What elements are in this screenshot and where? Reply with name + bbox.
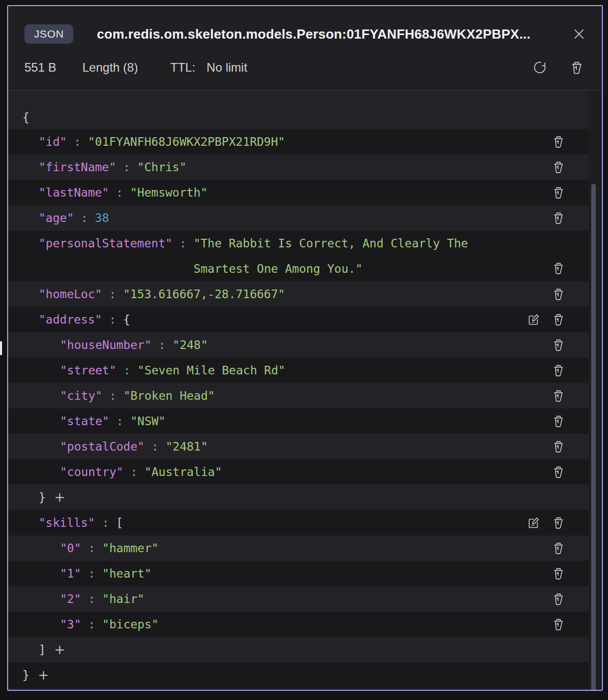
delete-field-button[interactable] xyxy=(552,262,565,275)
delete-field-button[interactable] xyxy=(552,542,565,555)
json-value[interactable]: "2481" xyxy=(166,438,208,455)
json-row: "0" : "hammer" xyxy=(8,535,589,561)
screen-edge-artifact xyxy=(0,341,2,355)
edit-field-button[interactable] xyxy=(527,516,540,530)
json-value[interactable]: "hammer" xyxy=(102,539,159,557)
trash-icon xyxy=(552,389,565,403)
json-value[interactable]: "The Rabbit Is Correct, And Clearly The … xyxy=(194,231,499,281)
row-actions xyxy=(552,262,565,275)
delete-field-button[interactable] xyxy=(552,288,565,301)
delete-field-button[interactable] xyxy=(552,567,565,581)
delete-field-button[interactable] xyxy=(552,161,565,174)
edit-field-button[interactable] xyxy=(527,313,540,327)
json-key: "id" xyxy=(39,133,67,150)
delete-field-button[interactable] xyxy=(552,135,565,149)
json-colon: : xyxy=(67,133,88,150)
json-key: "3" xyxy=(60,616,81,633)
json-brace: } xyxy=(22,666,29,684)
json-row: "houseNumber" : "248" xyxy=(8,332,589,358)
json-key: "personalStatement" xyxy=(39,231,172,256)
json-value[interactable]: "hair" xyxy=(102,590,144,608)
json-key: "street" xyxy=(60,362,116,379)
row-actions xyxy=(527,516,565,530)
json-row: "id" : "01FYANFH68J6WKX2PBPX21RD9H" xyxy=(8,129,589,154)
delete-field-button[interactable] xyxy=(552,211,565,225)
row-actions xyxy=(552,135,565,149)
json-row: "personalStatement" : "The Rabbit Is Cor… xyxy=(8,231,589,281)
json-row: { xyxy=(8,90,589,129)
delete-field-button[interactable] xyxy=(552,516,565,530)
add-item-button[interactable] xyxy=(54,492,66,503)
row-actions xyxy=(552,288,565,301)
row-actions xyxy=(552,592,565,606)
json-value[interactable]: "heart" xyxy=(102,565,151,582)
json-colon: : xyxy=(102,311,124,328)
json-value[interactable]: "biceps" xyxy=(102,616,159,633)
json-value[interactable]: "NSW" xyxy=(130,412,165,430)
delete-field-button[interactable] xyxy=(552,338,565,352)
trash-icon xyxy=(552,440,565,454)
json-colon: : xyxy=(81,565,103,582)
delete-field-button[interactable] xyxy=(552,440,565,454)
json-colon: : xyxy=(102,285,124,303)
trash-icon xyxy=(569,60,584,75)
json-row: "homeLoc" : "153.616667,-28.716667" xyxy=(8,281,589,307)
json-colon: : xyxy=(102,387,124,404)
json-value[interactable]: "Hemsworth" xyxy=(130,184,207,201)
delete-field-button[interactable] xyxy=(552,592,565,606)
json-value[interactable]: { xyxy=(123,311,130,328)
trash-icon xyxy=(552,338,565,352)
add-item-button[interactable] xyxy=(54,644,66,656)
json-key: "country" xyxy=(60,463,124,481)
json-key: "1" xyxy=(60,565,81,582)
json-value[interactable]: 38 xyxy=(95,209,109,227)
row-actions xyxy=(527,313,565,327)
json-value[interactable]: "248" xyxy=(173,336,208,354)
json-value[interactable]: [ xyxy=(116,514,123,531)
plus-icon xyxy=(38,670,49,681)
json-value[interactable]: "01FYANFH68J6WKX2PBPX21RD9H" xyxy=(88,133,285,150)
delete-field-button[interactable] xyxy=(552,364,565,377)
json-colon: : xyxy=(124,463,145,481)
json-value[interactable]: "Broken Head" xyxy=(124,387,215,404)
row-actions xyxy=(552,186,565,200)
trash-icon xyxy=(552,364,565,377)
trash-icon xyxy=(552,313,565,327)
delete-field-button[interactable] xyxy=(552,415,565,428)
delete-field-button[interactable] xyxy=(552,465,565,479)
json-row: "firstName" : "Chris" xyxy=(8,154,589,180)
key-type-badge: JSON xyxy=(24,24,73,44)
json-value[interactable]: "153.616667,-28.716667" xyxy=(123,285,285,303)
scrollbar-thumb[interactable] xyxy=(591,184,596,691)
json-row: "skills" : [ xyxy=(8,510,589,535)
json-colon: : xyxy=(151,336,173,354)
json-value[interactable]: "Chris" xyxy=(137,158,187,176)
trash-icon xyxy=(552,465,565,479)
trash-icon xyxy=(552,135,565,149)
json-key: "age" xyxy=(39,209,74,227)
row-actions xyxy=(552,440,565,454)
json-key: "city" xyxy=(60,387,102,404)
json-row: "street" : "Seven Mile Beach Rd" xyxy=(8,358,589,383)
json-value[interactable]: "Seven Mile Beach Rd" xyxy=(137,362,285,379)
delete-field-button[interactable] xyxy=(552,389,565,403)
delete-field-button[interactable] xyxy=(552,618,565,631)
json-key: "address" xyxy=(39,311,102,328)
close-button[interactable] xyxy=(571,26,587,42)
json-key: "skills" xyxy=(39,514,95,531)
ttl-value[interactable]: No limit xyxy=(206,60,247,75)
trash-icon xyxy=(552,415,565,428)
trash-icon xyxy=(552,618,565,631)
delete-key-button[interactable] xyxy=(569,60,584,75)
row-actions xyxy=(552,567,565,581)
delete-field-button[interactable] xyxy=(552,313,565,327)
refresh-key-button[interactable] xyxy=(532,60,547,75)
json-colon: : xyxy=(109,412,131,430)
delete-field-button[interactable] xyxy=(552,186,565,200)
json-value[interactable]: "Australia" xyxy=(144,463,222,481)
json-colon: : xyxy=(74,209,95,227)
add-item-button[interactable] xyxy=(38,670,49,681)
trash-icon xyxy=(552,161,565,174)
json-colon: : xyxy=(116,362,138,379)
json-key: "2" xyxy=(60,590,81,608)
